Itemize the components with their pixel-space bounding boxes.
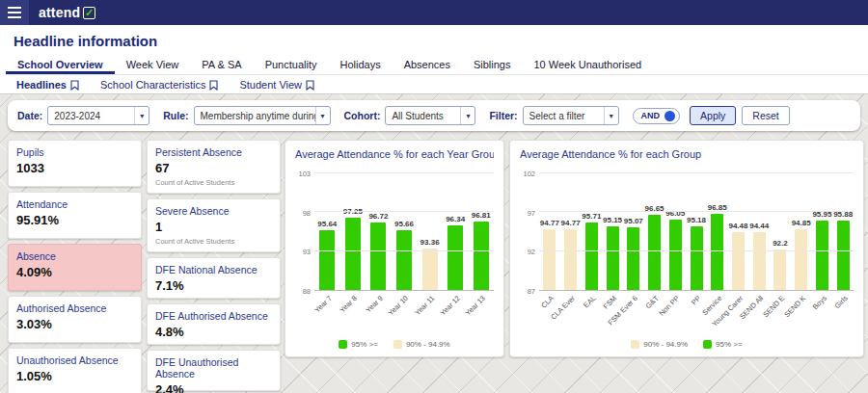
- bar-slot: 95.66: [392, 173, 418, 290]
- card-value: 67: [155, 161, 272, 175]
- bar-slot: 95.15: [602, 173, 623, 290]
- subtab-student-view[interactable]: Student View: [229, 79, 325, 91]
- tab-punctuality[interactable]: Punctuality: [254, 55, 329, 74]
- rule-label: Rule:: [163, 110, 188, 121]
- gridline: [539, 211, 854, 212]
- stat-cards-column-2: Persistent Absence67Count of Active Stud…: [147, 140, 281, 391]
- card-label: Unauthorised Absence: [16, 354, 133, 366]
- card-value: 4.09%: [16, 265, 133, 279]
- bar-value-label: 95.07: [624, 217, 643, 225]
- bar-value-label: 96.72: [368, 212, 388, 221]
- bar-slot: 95.88: [832, 173, 854, 290]
- legend-item-90-94-9: 90% - 94.9%: [393, 340, 450, 349]
- stat-card-dfe-authorised-absence: DFE Authorised Absence4.8%: [147, 303, 281, 345]
- stat-card-absence: Absence4.09%: [8, 244, 142, 291]
- tab-school-overview[interactable]: School Overview: [6, 55, 115, 74]
- bar-slot: 95.71: [581, 173, 602, 290]
- tab-week-view[interactable]: Week View: [115, 55, 191, 74]
- bar-slot: 96.05: [665, 173, 686, 290]
- legend-item-95: 95% >=: [703, 340, 743, 349]
- sub-tabs: HeadlinesSchool CharacteristicsStudent V…: [6, 75, 325, 94]
- filter-select[interactable]: Select a filter ▼: [523, 106, 619, 125]
- cohort-label: Cohort:: [344, 110, 381, 121]
- x-axis-label: Girls: [832, 291, 854, 337]
- legend-label: 90% - 94.9%: [643, 340, 688, 349]
- subtab-label: School Characteristics: [100, 79, 205, 91]
- bars-container: 94.7794.7795.7195.1595.0796.6596.0595.18…: [539, 173, 854, 290]
- card-value: 1033: [16, 161, 133, 175]
- chevron-down-icon: ▼: [460, 107, 475, 124]
- x-axis-label: CLA Ever: [560, 291, 582, 337]
- date-label: Date:: [17, 110, 42, 121]
- legend-swatch: [339, 340, 347, 349]
- and-or-toggle[interactable]: AND: [633, 108, 681, 124]
- year-group-attendance-chart: Average Attendance % for each Year Group…: [285, 140, 504, 357]
- bar-pp: 95.18: [691, 226, 703, 290]
- bar-slot: 94.44: [748, 173, 770, 290]
- card-label: DFE Unauthorised Absence: [155, 356, 272, 380]
- stat-card-dfe-national-absence: DFE National Absence7.1%: [147, 257, 281, 299]
- app-logo: attend ✓: [39, 5, 95, 20]
- main-tabs: School OverviewWeek ViewPA & SAPunctuali…: [6, 55, 868, 75]
- bar-value-label: 94.77: [540, 219, 559, 227]
- date-select[interactable]: 2023-2024 ▼: [47, 106, 149, 125]
- tab-pa-sa[interactable]: PA & SA: [190, 55, 253, 74]
- plot-area: 94.7794.7795.7195.1595.0796.6596.0595.18…: [539, 173, 854, 291]
- bar-year-9: 96.72: [370, 223, 386, 290]
- legend-label: 95% >=: [716, 340, 743, 349]
- bar-value-label: 94.44: [749, 222, 769, 230]
- subtab-school-characteristics[interactable]: School Characteristics: [90, 79, 229, 91]
- date-select-value: 2023-2024: [48, 111, 134, 121]
- bar-slot: 97.25: [340, 173, 366, 290]
- x-axis-label: Boys: [812, 291, 833, 337]
- cohort-filter-group: Cohort: All Students ▼: [344, 106, 476, 125]
- y-axis: 879297102: [520, 173, 539, 291]
- subtab-headlines[interactable]: Headlines: [6, 79, 90, 91]
- legend-swatch: [393, 340, 402, 349]
- filter-bar: Date: 2023-2024 ▼ Rule: Membership anyti…: [8, 100, 860, 131]
- tab-absences[interactable]: Absences: [393, 55, 462, 74]
- bar-slot: 96.34: [443, 173, 469, 290]
- bar-value-label: 96.34: [446, 215, 465, 223]
- apply-button[interactable]: Apply: [690, 106, 736, 125]
- y-axis-tick: 88: [303, 287, 311, 296]
- bar-boys: 95.95: [816, 221, 828, 290]
- rule-select[interactable]: Membership anytime during ▼: [194, 106, 331, 125]
- date-filter-group: Date: 2023-2024 ▼: [17, 106, 149, 125]
- stat-card-pupils: Pupils1033: [8, 140, 142, 187]
- card-label: Authorised Absence: [16, 302, 133, 314]
- bar-value-label: 95.64: [317, 220, 337, 228]
- hamburger-menu-icon[interactable]: [0, 0, 29, 25]
- y-axis-tick: 92: [528, 248, 535, 256]
- x-axis-label: FSM Ever 6: [623, 291, 644, 337]
- bar-value-label: 92.2: [773, 239, 788, 248]
- tab-siblings[interactable]: Siblings: [462, 55, 523, 74]
- x-axis-label: Year 13: [468, 291, 494, 337]
- chevron-down-icon: ▼: [604, 107, 618, 124]
- bar-send-k: 94.85: [795, 229, 807, 290]
- plot-area: 95.6497.2596.7295.6693.3696.3496.81: [314, 173, 494, 291]
- card-value: 2.4%: [155, 382, 272, 393]
- cohort-select[interactable]: All Students ▼: [385, 106, 475, 125]
- x-axis-labels: CLACLA EverEALFSMFSM Ever 6G&TNon PPPPSe…: [539, 291, 854, 337]
- card-value: 1.05%: [16, 369, 133, 383]
- chart-title: Average Attendance % for each Group: [520, 148, 854, 160]
- bar-value-label: 95.66: [394, 220, 414, 228]
- tab-holidays[interactable]: Holidays: [328, 55, 392, 74]
- bar-slot: 96.72: [366, 173, 392, 290]
- card-value: 7.1%: [155, 278, 272, 293]
- card-value: 4.8%: [155, 325, 272, 339]
- reset-button[interactable]: Reset: [742, 106, 789, 125]
- gridline: [314, 172, 494, 173]
- stat-card-unauthorised-absence: Unauthorised Absence1.05%: [8, 348, 142, 393]
- bar-service: 96.85: [711, 214, 723, 290]
- bookmark-icon: [70, 80, 79, 91]
- x-axis-label: Year 12: [443, 291, 469, 337]
- bar-value-label: 96.05: [665, 209, 685, 218]
- bar-value-label: 93.36: [420, 238, 440, 247]
- tab-10-week-unauthorised[interactable]: 10 Week Unauthorised: [523, 55, 654, 74]
- bar-slot: 96.65: [644, 173, 665, 290]
- bar-slot: 95.64: [314, 173, 340, 290]
- legend-swatch: [631, 340, 639, 349]
- bar-young-carer: 94.48: [732, 232, 745, 290]
